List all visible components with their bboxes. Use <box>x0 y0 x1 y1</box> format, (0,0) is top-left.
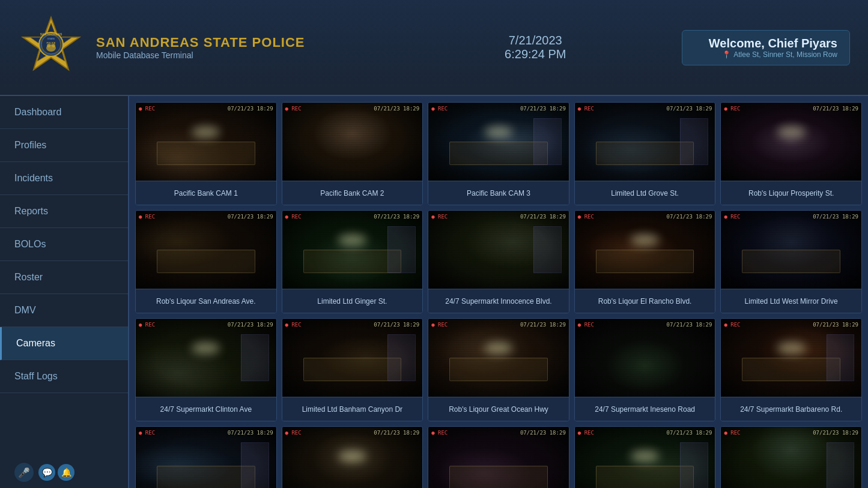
cam-rec-indicator: ● REC <box>431 430 448 436</box>
cam-rec-indicator: ● REC <box>724 106 740 112</box>
svg-text:STATE: STATE <box>47 37 55 40</box>
camera-cell-6[interactable]: 07/21/23 18:29● RECRob's Liqour San Andr… <box>135 210 277 313</box>
sidebar-item-bolos[interactable]: BOLOs <box>0 228 128 261</box>
cam-timestamp: 07/21/23 18:29 <box>813 322 858 328</box>
cam-timestamp: 07/21/23 18:29 <box>667 322 712 328</box>
camera-preview-11: 07/21/23 18:29● REC <box>136 319 276 397</box>
cam-timestamp: 07/21/23 18:29 <box>813 106 858 112</box>
svg-text:SAN ANDREAS: SAN ANDREAS <box>40 32 62 36</box>
datetime-block: 7/21/2023 6:29:24 PM <box>389 34 682 61</box>
camera-cell-4[interactable]: 07/21/23 18:29● RECLimited Ltd Grove St. <box>574 102 716 205</box>
cam-light <box>485 342 513 354</box>
camera-preview-14: 07/21/23 18:29● REC <box>575 319 715 397</box>
cam-timestamp: 07/21/23 18:29 <box>813 214 858 220</box>
cam-timestamp: 07/21/23 18:29 <box>667 106 712 112</box>
cam-timestamp: 07/21/23 18:29 <box>374 430 419 436</box>
cam-light <box>631 234 659 246</box>
cam-rec-indicator: ● REC <box>285 430 302 436</box>
camera-label-12: Limited Ltd Banham Canyon Dr <box>282 397 423 421</box>
camera-label-7: Limited Ltd Ginger St. <box>282 289 423 313</box>
camera-cell-18[interactable]: 07/21/23 18:29● RECCamera Feed 18 <box>428 426 569 488</box>
cam-shelf <box>533 118 562 165</box>
org-logo: SAN ANDREAS STATE POLICE <box>18 14 84 80</box>
camera-label-15: 24/7 Supermarkt Barbareno Rd. <box>721 397 861 421</box>
cam-light <box>485 126 513 138</box>
cam-shelf <box>680 118 708 165</box>
cam-light <box>777 342 806 354</box>
camera-cell-13[interactable]: 07/21/23 18:29● RECRob's Liqour Great Oc… <box>428 318 569 421</box>
camera-preview-7: 07/21/23 18:29● REC <box>282 211 423 289</box>
cam-furniture <box>303 358 402 381</box>
social-icon-2[interactable]: 🔔 <box>58 464 74 481</box>
camera-preview-1: 07/21/23 18:29● REC <box>136 103 276 181</box>
camera-preview-19: 07/21/23 18:29● REC <box>575 427 715 488</box>
cam-light <box>631 450 659 462</box>
cam-timestamp: 07/21/23 18:29 <box>228 214 273 220</box>
sidebar: Dashboard Profiles Incidents Reports BOL… <box>0 96 129 488</box>
cam-rec-indicator: ● REC <box>285 214 302 220</box>
social-icon-1[interactable]: 💬 <box>38 464 55 481</box>
sidebar-item-incidents[interactable]: Incidents <box>0 162 128 195</box>
camera-cell-17[interactable]: 07/21/23 18:29● RECCamera Feed 17 <box>282 426 423 488</box>
camera-area[interactable]: 07/21/23 18:29● RECPacific Bank CAM 107/… <box>129 96 868 488</box>
sidebar-item-dmv[interactable]: DMV <box>0 294 128 327</box>
camera-grid: 07/21/23 18:29● RECPacific Bank CAM 107/… <box>135 102 862 488</box>
camera-cell-19[interactable]: 07/21/23 18:29● RECCamera Feed 19 <box>574 426 716 488</box>
camera-cell-3[interactable]: 07/21/23 18:29● RECPacific Bank CAM 3 <box>428 102 569 205</box>
camera-cell-9[interactable]: 07/21/23 18:29● RECRob's Liqour El Ranch… <box>574 210 716 313</box>
camera-cell-11[interactable]: 07/21/23 18:29● REC24/7 Supermarkt Clint… <box>135 318 277 421</box>
cam-light <box>192 126 220 138</box>
cam-light <box>777 126 806 138</box>
camera-cell-15[interactable]: 07/21/23 18:29● REC24/7 Supermarkt Barba… <box>720 318 862 421</box>
sidebar-item-staff-logs[interactable]: Staff Logs <box>0 360 128 393</box>
camera-cell-20[interactable]: 07/21/23 18:29● RECCamera Feed 20 <box>720 426 862 488</box>
cam-rec-indicator: ● REC <box>431 106 448 112</box>
time-display: 6:29:24 PM <box>389 47 682 61</box>
camera-preview-3: 07/21/23 18:29● REC <box>428 103 569 181</box>
cam-timestamp: 07/21/23 18:29 <box>520 214 566 220</box>
camera-preview-4: 07/21/23 18:29● REC <box>575 103 715 181</box>
camera-cell-5[interactable]: 07/21/23 18:29● RECRob's Liqour Prosperi… <box>720 102 862 205</box>
cam-rec-indicator: ● REC <box>578 106 594 112</box>
camera-label-13: Rob's Liqour Great Ocean Hwy <box>428 397 569 421</box>
mic-icon[interactable]: 🎤 <box>14 463 34 482</box>
sidebar-item-reports[interactable]: Reports <box>0 195 128 228</box>
sidebar-item-dashboard[interactable]: Dashboard <box>0 96 128 129</box>
cam-furniture <box>596 250 694 273</box>
sidebar-item-profiles[interactable]: Profiles <box>0 129 128 162</box>
cam-rec-indicator: ● REC <box>724 430 740 436</box>
camera-cell-16[interactable]: 07/21/23 18:29● RECCamera Feed 16 <box>135 426 277 488</box>
date-display: 7/21/2023 <box>389 34 682 47</box>
cam-shelf <box>533 226 562 273</box>
cam-furniture <box>742 250 840 273</box>
cam-rec-indicator: ● REC <box>578 322 594 328</box>
camera-label-10: Limited Ltd West Mirror Drive <box>721 289 861 313</box>
camera-cell-7[interactable]: 07/21/23 18:29● RECLimited Ltd Ginger St… <box>282 210 423 313</box>
camera-cell-14[interactable]: 07/21/23 18:29● REC24/7 Supermarkt Inese… <box>574 318 716 421</box>
cam-rec-indicator: ● REC <box>724 322 740 328</box>
camera-cell-8[interactable]: 07/21/23 18:29● REC24/7 Supermarkt Innoc… <box>428 210 569 313</box>
camera-label-1: Pacific Bank CAM 1 <box>136 181 276 205</box>
cam-timestamp: 07/21/23 18:29 <box>228 430 273 436</box>
cam-furniture <box>449 142 548 165</box>
camera-preview-18: 07/21/23 18:29● REC <box>428 427 569 488</box>
cam-rec-indicator: ● REC <box>431 322 448 328</box>
main-layout: Dashboard Profiles Incidents Reports BOL… <box>0 96 868 488</box>
cam-timestamp: 07/21/23 18:29 <box>520 430 566 436</box>
camera-cell-12[interactable]: 07/21/23 18:29● RECLimited Ltd Banham Ca… <box>282 318 423 421</box>
cam-rec-indicator: ● REC <box>139 214 155 220</box>
sidebar-item-cameras[interactable]: Cameras <box>0 327 128 360</box>
camera-cell-2[interactable]: 07/21/23 18:29● RECPacific Bank CAM 2 <box>282 102 423 205</box>
camera-preview-17: 07/21/23 18:29● REC <box>282 427 423 488</box>
cam-rec-indicator: ● REC <box>285 106 302 112</box>
camera-cell-10[interactable]: 07/21/23 18:29● RECLimited Ltd West Mirr… <box>720 210 862 313</box>
sidebar-item-roster[interactable]: Roster <box>0 261 128 294</box>
camera-label-5: Rob's Liqour Prosperity St. <box>721 181 861 205</box>
camera-cell-1[interactable]: 07/21/23 18:29● RECPacific Bank CAM 1 <box>135 102 277 205</box>
cam-furniture <box>449 466 548 488</box>
location-icon: 📍 <box>722 50 731 59</box>
camera-preview-6: 07/21/23 18:29● REC <box>136 211 276 289</box>
cam-shelf <box>827 442 855 488</box>
cam-rec-indicator: ● REC <box>139 322 155 328</box>
cam-furniture <box>303 250 402 273</box>
